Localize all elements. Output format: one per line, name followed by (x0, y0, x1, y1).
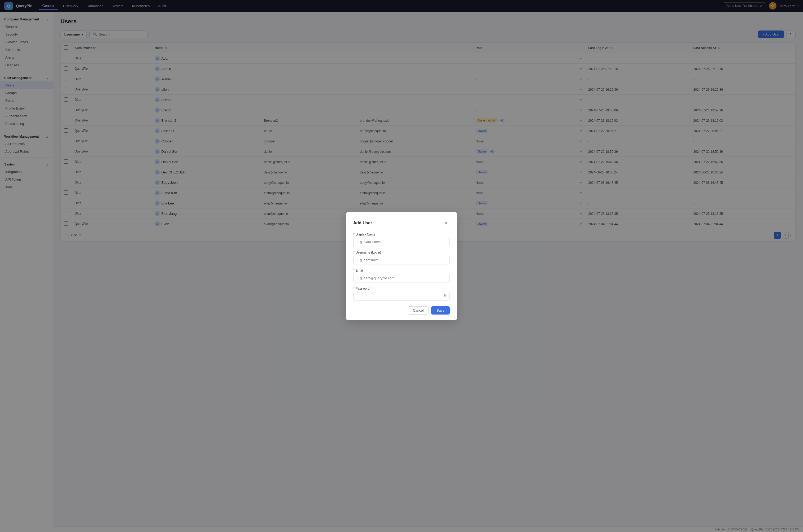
required-indicator: * (353, 233, 355, 236)
modal-title: Add User (353, 221, 372, 225)
email-input[interactable] (353, 274, 450, 282)
cancel-button[interactable]: Cancel (408, 306, 428, 315)
modal-close-button[interactable]: ✕ (442, 219, 450, 227)
save-button[interactable]: Save (431, 306, 450, 315)
email-field: * Email (353, 269, 450, 282)
modal-header: Add User ✕ (353, 219, 450, 227)
password-field: * Password 👁 (353, 287, 450, 301)
username-input[interactable] (353, 256, 450, 264)
password-input[interactable] (353, 292, 450, 301)
modal-overlay: Add User ✕ * Display Name * Username (Lo… (0, 0, 803, 532)
required-indicator-2: * (353, 251, 355, 254)
modal-actions: Cancel Save (353, 306, 450, 315)
add-user-modal: Add User ✕ * Display Name * Username (Lo… (346, 212, 457, 320)
password-wrap: 👁 (353, 292, 450, 301)
required-indicator-3: * (353, 269, 355, 272)
show-password-icon[interactable]: 👁 (443, 293, 447, 298)
required-indicator-4: * (353, 287, 355, 290)
username-field: * Username (Login) (353, 251, 450, 264)
display-name-field: * Display Name (353, 233, 450, 246)
display-name-input[interactable] (353, 238, 450, 246)
